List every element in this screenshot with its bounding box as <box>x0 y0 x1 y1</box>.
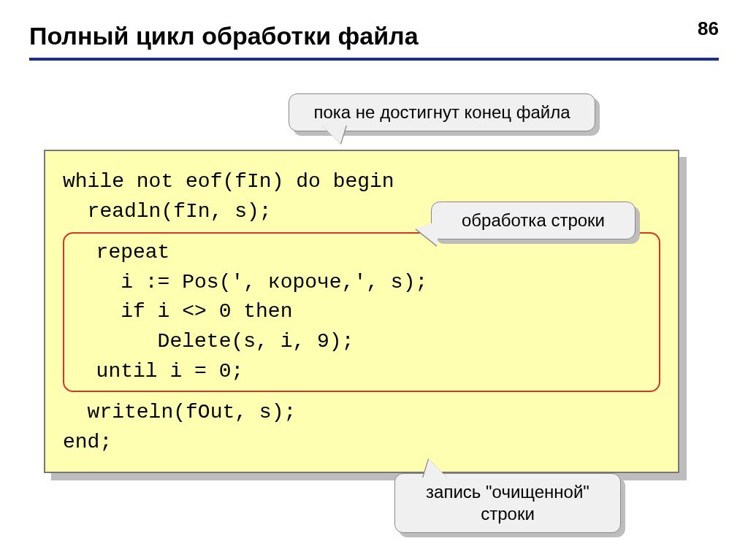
callout-body: пока не достигнут конец файла <box>289 93 595 131</box>
inner-code-box: repeat i := Pos(', короче,', s); if i <>… <box>63 232 660 392</box>
title-underline <box>29 58 719 61</box>
code-line: while not eof(fIn) do begin <box>63 167 660 197</box>
slide: Полный цикл обработки файла 86 пока не д… <box>0 0 748 560</box>
callout-tail <box>321 125 346 144</box>
code-line: end; <box>63 428 660 458</box>
callout-line-processing: обработка строки <box>431 202 636 239</box>
code-line: Delete(s, i, 9); <box>72 330 354 353</box>
callout-body: обработка строки <box>431 202 636 239</box>
callout-text: запись "очищенной" строки <box>426 482 589 523</box>
callout-body: запись "очищенной" строки <box>394 473 621 533</box>
page-title: Полный цикл обработки файла <box>29 22 419 50</box>
code-line: writeln(fOut, s); <box>63 398 660 428</box>
callout-text: обработка строки <box>462 210 605 230</box>
inner-code-wrap: repeat i := Pos(', короче,', s); if i <>… <box>63 232 660 392</box>
callout-text: пока не достигнут конец файла <box>313 102 570 122</box>
code-line: until i = 0; <box>72 360 243 383</box>
code-line: repeat <box>72 241 169 264</box>
callout-tail <box>416 221 438 246</box>
code-line: if i <> 0 then <box>72 300 292 323</box>
code-line: i := Pos(', короче,', s); <box>72 271 427 294</box>
callout-eof: пока не достигнут конец файла <box>289 93 595 131</box>
code-box: while not eof(fIn) do begin readln(fIn, … <box>44 150 679 473</box>
header-row: Полный цикл обработки файла 86 <box>29 22 719 50</box>
code-block: while not eof(fIn) do begin readln(fIn, … <box>44 150 679 473</box>
page-number: 86 <box>698 18 719 40</box>
callout-tail <box>423 459 448 478</box>
callout-write: запись "очищенной" строки <box>394 473 621 533</box>
